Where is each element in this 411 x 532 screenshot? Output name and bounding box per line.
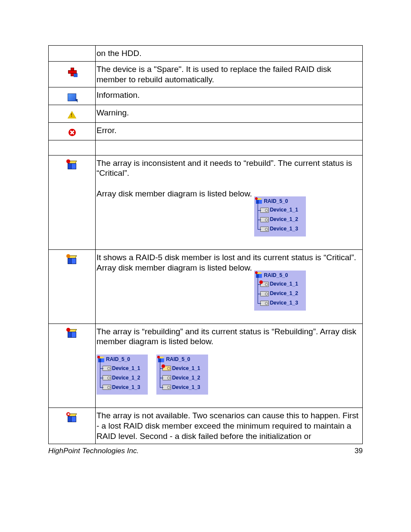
row-desc: Information.: [97, 90, 140, 100]
hdd-icon: [260, 301, 269, 306]
row-desc: The array is not available. Two scenario…: [97, 411, 358, 441]
tree-child-label: Device_1_1: [270, 207, 298, 213]
tree-child-label: Device_1_3: [270, 226, 298, 232]
array-rebuilding-icon: [68, 329, 76, 338]
table-row: The array is inconsistent and it needs t…: [49, 155, 363, 249]
desc-cell: Error.: [96, 122, 363, 140]
desc-cell: Information.: [96, 87, 363, 105]
footer-page-number: 39: [355, 447, 363, 455]
row-desc: Error.: [97, 126, 116, 135]
table-row: ✖ The array is not available. Two scenar…: [49, 408, 363, 444]
table-row: Warning.: [49, 105, 363, 123]
hdd-icon: [260, 217, 269, 222]
spare-icon: [68, 68, 76, 75]
icon-cell: [49, 105, 96, 123]
row-desc: The array is inconsistent and it needs t…: [97, 159, 352, 178]
array-critical-icon: [68, 161, 76, 169]
hdd-icon: [162, 385, 171, 390]
array-member-lost-icon: [68, 255, 76, 264]
table-row: [49, 140, 363, 155]
table-row: The array is “rebuilding” and its curren…: [49, 324, 363, 408]
tree-child-label: Device_1_2: [112, 375, 140, 381]
table-row: Information.: [49, 87, 363, 105]
desc-cell: The array is “rebuilding” and its curren…: [96, 324, 363, 408]
tree-child-label: Device_1_1: [172, 365, 200, 372]
hdd-icon: [103, 385, 111, 390]
tree-child-label: Device_1_3: [172, 384, 200, 391]
tree-root-label: RAID_5_0: [106, 356, 130, 363]
hdd-rebuilding-icon: [162, 366, 171, 371]
tree-child-label: Device_1_1: [270, 281, 298, 287]
tree-child-label: Device_1_1: [112, 365, 140, 372]
desc-cell: The array is inconsistent and it needs t…: [96, 155, 363, 249]
icon-cell: [49, 61, 96, 87]
icon-cell: [49, 249, 96, 324]
tree-root-label: RAID_5_0: [264, 198, 288, 205]
row-desc: Warning.: [97, 108, 129, 117]
error-icon: [68, 129, 76, 136]
icon-cell: [49, 87, 96, 105]
table-row: It shows a RAID-5 disk member is lost an…: [49, 249, 363, 324]
desc-cell: on the HDD.: [96, 46, 363, 62]
icon-cell: [49, 140, 96, 155]
hdd-icon: [103, 375, 111, 380]
icon-cell: [49, 122, 96, 140]
table-row: Error.: [49, 122, 363, 140]
icon-legend-table: on the HDD. The device is a "Spare". It …: [48, 45, 363, 444]
tree-child-label: Device_1_3: [270, 300, 298, 306]
desc-cell: It shows a RAID-5 disk member is lost an…: [96, 249, 363, 324]
array-tree-diagram: RAID_5_0 Device_1_1 Device_1_2 Device_1_…: [254, 271, 305, 311]
desc-cell: The array is not available. Two scenario…: [96, 408, 363, 444]
table-row: The device is a "Spare". It is used to r…: [49, 61, 363, 87]
information-icon: [68, 93, 76, 101]
tree-root-label: RAID_5_0: [166, 356, 190, 363]
icon-cell: [49, 324, 96, 408]
icon-cell: [49, 155, 96, 249]
row-desc: on the HDD.: [97, 49, 142, 58]
tree-child-label: Device_1_2: [172, 375, 200, 381]
row-subdesc: Array disk member diagram is listed belo…: [97, 189, 252, 198]
hdd-icon: [162, 375, 171, 380]
warning-icon: [68, 111, 76, 118]
hdd-icon: [260, 291, 269, 296]
array-tree-diagram: RAID_5_0 Device_1_1 Device_1_2 Device_1_…: [254, 196, 305, 236]
array-tree-diagram: RAID_5_0 Device_1_1 Device_1_2 Device_1_…: [156, 355, 208, 395]
tree-child-label: Device_1_3: [112, 384, 140, 391]
array-unavailable-icon: ✖: [68, 414, 76, 422]
hdd-icon: [260, 227, 269, 232]
tree-child-label: Device_1_2: [270, 290, 298, 297]
array-tree-diagram: RAID_5_0 Device_1_1 Device_1_2 Device_1_…: [97, 355, 148, 395]
desc-cell: [96, 140, 363, 155]
tree-child-label: Device_1_2: [270, 216, 298, 223]
icon-cell: ✖: [49, 408, 96, 444]
hdd-icon: [260, 208, 269, 213]
footer-company: HighPoint Technologies Inc.: [48, 447, 139, 455]
tree-root-label: RAID_5_0: [264, 272, 288, 279]
icon-cell: [49, 46, 96, 62]
row-desc: The array is “rebuilding” and its curren…: [97, 327, 356, 346]
hdd-failed-icon: [260, 282, 269, 287]
desc-cell: Warning.: [96, 105, 363, 123]
table-row: on the HDD.: [49, 46, 363, 62]
hdd-icon: [103, 366, 111, 371]
row-desc: The device is a "Spare". It is used to r…: [97, 65, 331, 84]
page-footer: HighPoint Technologies Inc. 39: [48, 447, 363, 455]
desc-cell: The device is a "Spare". It is used to r…: [96, 61, 363, 87]
row-desc: It shows a RAID-5 disk member is lost an…: [97, 253, 356, 272]
